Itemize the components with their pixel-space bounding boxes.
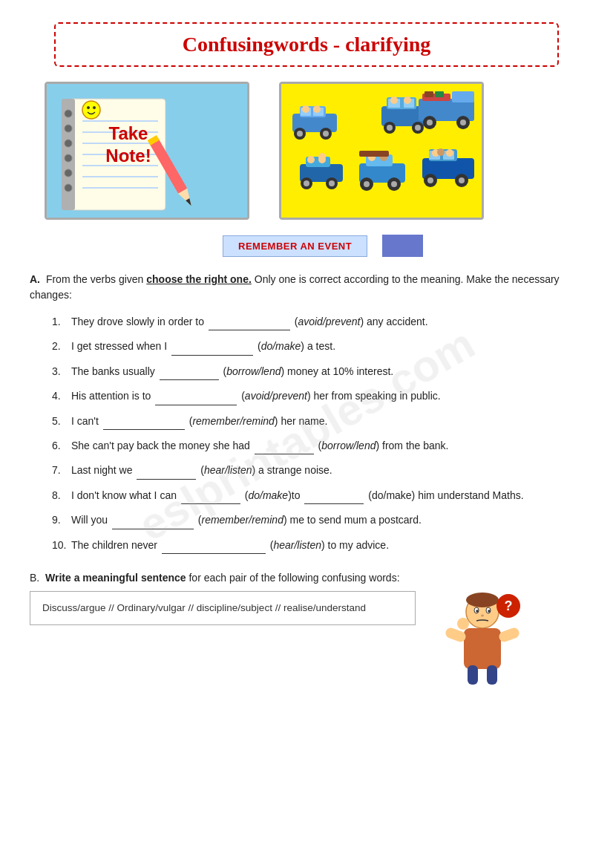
blank-10 xyxy=(162,537,266,554)
svg-point-31 xyxy=(323,131,329,137)
svg-point-7 xyxy=(65,169,72,177)
svg-point-75 xyxy=(427,177,433,183)
svg-point-16 xyxy=(82,101,100,119)
svg-text:Note!: Note! xyxy=(105,146,151,166)
title-box: Confusingwords - clarifying xyxy=(54,22,559,67)
svg-point-41 xyxy=(415,125,421,131)
svg-point-44 xyxy=(390,97,398,104)
blank-5 xyxy=(103,413,185,430)
section-a-header: A. From the verbs given choose the right… xyxy=(30,272,583,303)
exercise-9: 9. Will you (remember/remind) me to send… xyxy=(52,512,583,529)
cars-frame xyxy=(279,82,484,220)
svg-point-45 xyxy=(404,97,411,104)
section-b-rest: for each pair of the following confusing… xyxy=(186,572,400,584)
confusing-words: Discuss/argue // Ordinary/vulgar // disc… xyxy=(42,602,366,613)
exercise-7: 7. Last night we (hear/listen) a strange… xyxy=(52,462,583,479)
svg-text:?: ? xyxy=(505,598,513,613)
svg-point-90 xyxy=(481,614,484,616)
svg-point-39 xyxy=(387,125,393,131)
exercise-6: 6. She can't pay back the money she had … xyxy=(52,437,583,454)
section-b-row: Discuss/argue // Ordinary/vulgar // disc… xyxy=(30,591,583,688)
svg-point-51 xyxy=(460,120,466,125)
instruction-underline: choose the right one. xyxy=(146,273,252,285)
blank-3 xyxy=(160,363,219,380)
word-box: Discuss/argue // Ordinary/vulgar // disc… xyxy=(30,591,416,625)
exercise-1: 1. They drove slowly in order to (avoid/… xyxy=(52,313,583,330)
blank-7 xyxy=(137,462,196,479)
take-note-frame: Take Note! xyxy=(45,82,249,220)
svg-text:Take: Take xyxy=(109,123,148,143)
exercise-3: 3. The banks usually (borrow/lend) money… xyxy=(52,363,583,380)
arrow-badge xyxy=(382,235,423,257)
exercises-list: 1. They drove slowly in order to (avoid/… xyxy=(30,313,583,554)
svg-point-18 xyxy=(93,106,96,109)
svg-point-17 xyxy=(87,106,90,109)
svg-point-61 xyxy=(307,156,315,163)
svg-point-68 xyxy=(391,181,397,187)
blank-8b xyxy=(304,487,364,504)
cars-image xyxy=(281,84,482,218)
svg-point-35 xyxy=(313,105,321,113)
section-a-label: A. xyxy=(30,273,40,285)
svg-rect-47 xyxy=(452,91,474,102)
remember-row: REMEMBER AN EVENT xyxy=(223,235,583,257)
svg-point-66 xyxy=(364,181,370,187)
blank-4 xyxy=(155,388,237,405)
svg-point-49 xyxy=(427,120,433,125)
take-note-image: Take Note! xyxy=(47,84,247,218)
section-a-instruction: From the verbs given choose the right on… xyxy=(30,273,560,301)
images-row: Take Note! xyxy=(45,82,583,220)
blank-8a xyxy=(181,487,240,504)
svg-point-3 xyxy=(65,110,72,117)
remember-badge: REMEMBER AN EVENT xyxy=(223,235,367,257)
blank-1 xyxy=(209,313,290,330)
svg-point-82 xyxy=(318,153,326,160)
blank-9 xyxy=(112,512,194,529)
svg-point-4 xyxy=(65,125,72,132)
section-b-header: B. Write a meaningful sentence for each … xyxy=(30,572,583,584)
svg-rect-54 xyxy=(435,91,444,97)
svg-point-29 xyxy=(297,131,303,137)
svg-point-34 xyxy=(302,105,309,113)
svg-point-8 xyxy=(65,184,72,192)
svg-rect-93 xyxy=(497,627,520,644)
exercise-10: 10. The children never (hear/listen) to … xyxy=(52,537,583,554)
svg-point-85 xyxy=(466,593,499,607)
svg-point-58 xyxy=(304,180,309,186)
svg-rect-91 xyxy=(464,628,501,669)
question-figure: ? xyxy=(438,591,527,688)
exercise-5: 5. I can't (remember/remind) her name. xyxy=(52,413,583,430)
remember-badge-text: REMEMBER AN EVENT xyxy=(238,241,352,252)
section-b-bold: Write a meaningful sentence xyxy=(45,572,186,584)
blank-6 xyxy=(255,437,314,454)
svg-point-5 xyxy=(65,140,72,147)
page-title: Confusingwords - clarifying xyxy=(71,33,542,56)
svg-point-81 xyxy=(446,149,453,157)
exercise-4: 4. His attention is to (avoid/prevent) h… xyxy=(52,388,583,405)
svg-rect-53 xyxy=(424,91,433,97)
svg-point-6 xyxy=(65,154,72,162)
section-b: B. Write a meaningful sentence for each … xyxy=(30,572,583,688)
svg-point-60 xyxy=(329,180,335,186)
svg-point-89 xyxy=(488,610,491,613)
section-a: A. From the verbs given choose the right… xyxy=(30,272,583,554)
svg-point-94 xyxy=(457,618,469,630)
svg-point-88 xyxy=(476,610,479,613)
svg-point-83 xyxy=(437,149,445,156)
svg-rect-95 xyxy=(468,665,478,685)
blank-2 xyxy=(171,338,253,355)
svg-rect-96 xyxy=(487,665,497,685)
svg-rect-71 xyxy=(359,151,389,157)
svg-point-77 xyxy=(459,177,465,183)
exercise-8: 8. I don't know what I can (do/make)to (… xyxy=(52,487,583,504)
exercise-2: 2. I get stressed when I (do/make) a tes… xyxy=(52,338,583,355)
